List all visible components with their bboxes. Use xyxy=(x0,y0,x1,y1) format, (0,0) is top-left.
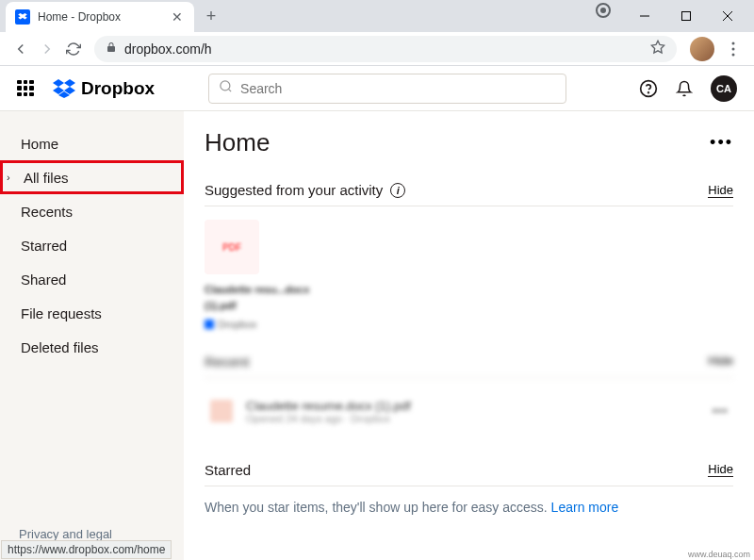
privacy-link[interactable]: Privacy and legal xyxy=(19,527,112,541)
sidebar-item-deleted-files[interactable]: Deleted files xyxy=(0,330,184,364)
section-recent-title: Recent xyxy=(205,354,250,370)
pdf-icon xyxy=(210,400,233,422)
section-starred-title: Starred xyxy=(205,462,251,478)
sidebar-item-home[interactable]: Home xyxy=(0,126,184,160)
sidebar-item-label: File requests xyxy=(21,305,102,321)
back-button[interactable] xyxy=(8,36,34,62)
apps-grid-icon[interactable] xyxy=(17,80,34,97)
pdf-badge: PDF xyxy=(222,242,241,253)
app-content: Dropbox CA Home ›All files Recents Starr… xyxy=(0,66,754,560)
recent-item[interactable]: Claudette resume.docx (1).pdf Opened 24 … xyxy=(205,386,733,437)
profile-avatar[interactable] xyxy=(690,37,714,61)
svg-point-5 xyxy=(732,41,735,44)
search-box[interactable] xyxy=(208,74,566,104)
info-icon[interactable]: i xyxy=(390,183,405,198)
search-icon xyxy=(219,79,233,97)
dropbox-favicon xyxy=(15,9,30,25)
help-icon[interactable] xyxy=(639,79,658,98)
sidebar-item-recents[interactable]: Recents xyxy=(0,194,184,228)
sidebar-item-label: All files xyxy=(24,170,69,186)
hide-starred-link[interactable]: Hide xyxy=(708,462,733,477)
url-text: dropbox.com/h xyxy=(124,41,650,57)
svg-marker-4 xyxy=(651,41,664,53)
svg-rect-1 xyxy=(682,12,691,21)
sidebar-item-file-requests[interactable]: File requests xyxy=(0,296,184,330)
sidebar-item-label: Home xyxy=(21,136,58,152)
record-icon[interactable] xyxy=(596,3,611,18)
chevron-right-icon: › xyxy=(7,172,10,183)
sidebar-item-label: Starred xyxy=(21,238,67,254)
user-avatar[interactable]: CA xyxy=(711,75,737,102)
search-input[interactable] xyxy=(240,81,556,96)
star-icon[interactable] xyxy=(650,40,665,58)
sidebar-item-label: Shared xyxy=(21,272,66,288)
recent-item-name: Claudette resume.docx (1).pdf xyxy=(246,399,411,413)
browser-menu-icon[interactable] xyxy=(720,36,746,62)
svg-point-6 xyxy=(732,47,735,50)
suggested-file[interactable]: PDF Claudette resu...docx (1).pdf Dropbo… xyxy=(205,220,327,333)
hide-suggested-link[interactable]: Hide xyxy=(708,183,733,198)
dropbox-logo-icon xyxy=(53,79,75,98)
recent-item-sub: Opened 24 days ago · Dropbox xyxy=(246,413,411,424)
app-header: Dropbox CA xyxy=(0,66,754,111)
section-suggested-title: Suggested from your activity xyxy=(205,182,383,198)
sidebar-item-label: Deleted files xyxy=(21,339,99,355)
svg-line-9 xyxy=(228,89,231,91)
new-tab-button[interactable]: + xyxy=(198,3,224,29)
browser-chrome: Home - Dropbox ✕ + dropbox.com/h xyxy=(0,0,754,66)
close-icon[interactable]: ✕ xyxy=(170,9,185,25)
file-source: Dropbox xyxy=(218,317,257,333)
svg-point-11 xyxy=(648,91,649,92)
maximize-button[interactable] xyxy=(665,3,707,29)
sidebar-item-shared[interactable]: Shared xyxy=(0,262,184,296)
lock-icon xyxy=(106,41,117,56)
sidebar-item-label: Recents xyxy=(21,204,73,220)
sidebar-item-all-files[interactable]: ›All files xyxy=(0,160,184,194)
tab-strip: Home - Dropbox ✕ + xyxy=(0,0,754,32)
file-thumbnail: PDF xyxy=(205,220,259,274)
recent-item-menu[interactable]: ••• xyxy=(712,403,728,420)
learn-more-link[interactable]: Learn more xyxy=(551,500,619,515)
main-content: Home ••• Suggested from your activity i … xyxy=(184,111,754,560)
minimize-button[interactable] xyxy=(624,3,665,29)
page-title: Home xyxy=(205,128,270,157)
browser-tab[interactable]: Home - Dropbox ✕ xyxy=(6,2,194,32)
logo-text: Dropbox xyxy=(81,78,155,99)
sidebar-item-starred[interactable]: Starred xyxy=(0,228,184,262)
close-window-button[interactable] xyxy=(707,3,748,29)
dropbox-logo[interactable]: Dropbox xyxy=(53,78,155,99)
dropbox-source-icon xyxy=(205,320,214,329)
reload-button[interactable] xyxy=(60,36,87,62)
forward-button[interactable] xyxy=(34,36,60,62)
tab-title: Home - Dropbox xyxy=(38,10,170,24)
url-box[interactable]: dropbox.com/h xyxy=(94,36,677,62)
status-bar-link: https://www.dropbox.com/home xyxy=(1,540,172,559)
bell-icon[interactable] xyxy=(675,79,694,98)
hide-recent-link[interactable]: Hide xyxy=(708,354,733,370)
address-bar: dropbox.com/h xyxy=(0,32,754,66)
svg-point-7 xyxy=(732,53,735,56)
more-options-icon[interactable]: ••• xyxy=(710,133,733,153)
citation: www.deuaq.com xyxy=(686,550,752,559)
starred-empty-text: When you star items, they'll show up her… xyxy=(205,500,733,515)
svg-point-8 xyxy=(221,81,230,91)
file-name: Claudette resu...docx (1).pdf xyxy=(205,282,327,313)
sidebar: Home ›All files Recents Starred Shared F… xyxy=(0,111,184,560)
